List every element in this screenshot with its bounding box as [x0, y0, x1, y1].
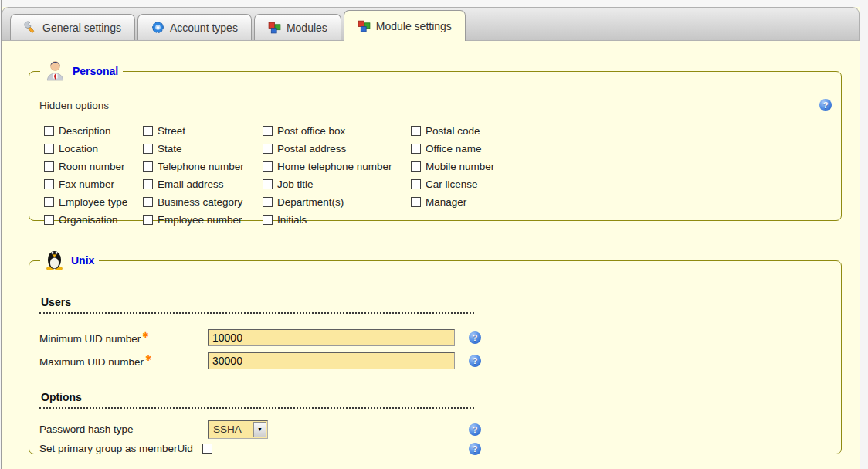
checkbox[interactable] [44, 179, 54, 189]
hidden-options-label: Hidden options [39, 100, 109, 111]
dropdown-arrow-icon[interactable]: ▼ [253, 422, 266, 437]
hidden-option-manager[interactable]: Manager [411, 196, 832, 208]
hidden-option-fax-number[interactable]: Fax number [44, 178, 143, 190]
hidden-option-postal-address[interactable]: Postal address [263, 143, 411, 155]
personal-legend: Personal [40, 59, 123, 83]
checkbox-label: Department(s) [277, 196, 344, 208]
max-uid-input[interactable] [208, 352, 455, 369]
person-icon [45, 59, 66, 83]
unix-legend-label: Unix [71, 254, 94, 267]
checkbox[interactable] [263, 126, 273, 136]
checkbox[interactable] [143, 161, 153, 172]
checkbox-label: Job title [277, 178, 314, 190]
help-icon-hidden-options[interactable]: ? [819, 99, 832, 111]
hidden-option-mobile-number[interactable]: Mobile number [411, 161, 832, 172]
checkbox[interactable] [44, 215, 54, 225]
settings-window: General settings Account types [1, 0, 860, 469]
checkbox-label: Telephone number [158, 161, 244, 172]
hidden-option-department-s-[interactable]: Department(s) [263, 196, 411, 208]
unix-section: Unix Users Minimum UID number✱ ? Maximum… [29, 248, 842, 454]
checkbox-label: Postal address [277, 143, 346, 155]
checkbox[interactable] [263, 144, 273, 154]
checkbox[interactable] [44, 126, 54, 136]
tab-label: General settings [42, 22, 121, 34]
help-icon-password-hash[interactable]: ? [469, 423, 481, 436]
checkbox[interactable] [411, 161, 421, 172]
checkbox-label: Mobile number [426, 161, 494, 172]
hidden-option-car-license[interactable]: Car license [411, 178, 832, 190]
checkbox-label: Room number [59, 161, 125, 172]
checkbox[interactable] [143, 215, 153, 225]
member-uid-label: Set primary group as memberUid [39, 443, 193, 454]
hidden-option-office-name[interactable]: Office name [411, 143, 832, 155]
checkbox[interactable] [143, 126, 153, 136]
tab-label: Modules [287, 22, 327, 34]
personal-section: Personal Hidden options ? DescriptionStr… [29, 59, 842, 221]
required-marker: ✱ [145, 354, 151, 362]
required-marker: ✱ [142, 331, 148, 339]
checkbox[interactable] [44, 161, 54, 172]
hidden-option-employee-type[interactable]: Employee type [44, 196, 143, 208]
tab-general-settings[interactable]: General settings [10, 14, 135, 40]
min-uid-input[interactable] [208, 329, 455, 346]
checkbox-label: Street [158, 125, 185, 137]
hidden-option-telephone-number[interactable]: Telephone number [143, 161, 263, 172]
checkbox[interactable] [143, 179, 153, 189]
checkbox-label: Organisation [59, 214, 118, 226]
hidden-option-initials[interactable]: Initials [263, 214, 411, 226]
hidden-option-job-title[interactable]: Job title [263, 178, 411, 190]
checkbox[interactable] [411, 179, 421, 189]
help-icon-member-uid[interactable]: ? [469, 443, 481, 455]
hidden-option-description[interactable]: Description [44, 125, 143, 137]
checkbox-label: Employee number [158, 214, 242, 226]
hidden-option-employee-number[interactable]: Employee number [143, 214, 263, 226]
window-top-strip [2, 0, 860, 7]
hidden-option-post-office-box[interactable]: Post office box [263, 125, 411, 137]
gear-icon [151, 21, 164, 34]
tab-modules[interactable]: Modules [254, 14, 341, 40]
member-uid-checkbox[interactable] [202, 444, 212, 454]
checkbox[interactable] [263, 215, 273, 225]
tab-label: Account types [170, 22, 238, 34]
checkbox-label: Fax number [59, 178, 114, 190]
help-icon-max-uid[interactable]: ? [469, 355, 481, 367]
checkbox-label: Employee type [59, 196, 127, 208]
checkbox[interactable] [143, 197, 153, 207]
hidden-option-email-address[interactable]: Email address [143, 178, 263, 190]
checkbox[interactable] [143, 144, 153, 154]
password-hash-select[interactable]: SSHA ▼ [208, 420, 268, 439]
users-section-header: Users [39, 296, 474, 314]
help-icon-min-uid[interactable]: ? [469, 331, 481, 344]
checkbox-label: Description [59, 125, 111, 137]
tab-bar: General settings Account types [2, 7, 860, 41]
hidden-option-business-category[interactable]: Business category [143, 196, 263, 208]
hidden-option-home-telephone-number[interactable]: Home telephone number [263, 161, 411, 172]
checkbox[interactable] [411, 197, 421, 207]
checkbox-label: Business category [158, 196, 242, 208]
hidden-option-location[interactable]: Location [44, 143, 143, 155]
tux-penguin-icon [45, 248, 64, 273]
modules-icon [358, 19, 371, 32]
hidden-option-organisation[interactable]: Organisation [44, 214, 143, 226]
unix-legend: Unix [40, 248, 99, 273]
checkbox-label: Post office box [277, 125, 345, 137]
checkbox[interactable] [263, 161, 273, 172]
hidden-option-room-number[interactable]: Room number [44, 161, 143, 172]
checkbox-label: State [158, 143, 182, 155]
checkbox[interactable] [263, 197, 273, 207]
wrench-icon [24, 21, 37, 34]
checkbox[interactable] [263, 179, 273, 189]
hidden-option-state[interactable]: State [143, 143, 263, 155]
checkbox[interactable] [411, 144, 421, 154]
checkbox[interactable] [44, 144, 54, 154]
personal-legend-label: Personal [73, 65, 118, 77]
tab-account-types[interactable]: Account types [137, 14, 252, 40]
hidden-option-postal-code[interactable]: Postal code [411, 125, 832, 137]
hidden-option-street[interactable]: Street [143, 125, 263, 137]
password-hash-value: SSHA [213, 423, 253, 435]
checkbox[interactable] [411, 126, 421, 136]
tab-module-settings[interactable]: Module settings [344, 10, 466, 41]
options-section-header: Options [39, 391, 474, 409]
checkbox-label: Location [59, 143, 98, 155]
checkbox[interactable] [44, 197, 54, 207]
